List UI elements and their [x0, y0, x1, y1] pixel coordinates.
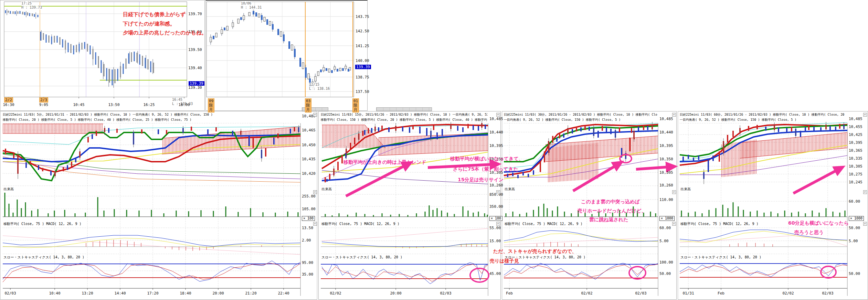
- panel2-stoch-header: スロー・ストキャスティクス( 14, 3, 80, 20 ): [321, 255, 402, 260]
- y-axis-tick-label: 139.50: [188, 47, 202, 52]
- y-axis-tick-label: 350.00: [489, 204, 503, 209]
- p2-sideways-note-2: さらに75本（紫）割ってきた: [453, 166, 518, 172]
- y-axis-tick-label: 10,455: [849, 125, 862, 129]
- y-axis-tick-label: 139.40: [188, 66, 202, 70]
- panel3-macd: [504, 231, 658, 247]
- y-axis-tick-label: 10,260: [489, 183, 503, 188]
- y-axis-tick-label: 10,260: [659, 183, 673, 188]
- panel3-volume-label: 出来高: [505, 187, 515, 192]
- high-marker-time: 17:25: [21, 1, 32, 6]
- y-axis-tick-label: 95.00: [302, 260, 313, 265]
- section-resize-icon[interactable]: ◤: [313, 113, 317, 117]
- expiry-month-badge: 09限月: [208, 98, 214, 112]
- x-axis-tick-label: 02/02: [581, 291, 592, 296]
- p2-uptrend-note: 移動平均が上向きの時は上昇トレンド: [343, 159, 426, 165]
- section-resize-icon[interactable]: ◤: [313, 222, 317, 226]
- section-resize-icon[interactable]: ◤: [863, 190, 867, 194]
- y-axis-tick-label: 10,440: [659, 130, 673, 135]
- y-axis-tick-label: 10,305: [659, 170, 673, 175]
- section-resize-icon[interactable]: ◤: [672, 222, 676, 226]
- y-axis-tick-label: 143.75: [356, 14, 369, 19]
- panel1-title: 日経225mini 11/03( 5分, 2011/01/31 - 2011/0…: [3, 112, 299, 117]
- panel2-stochastics: [321, 262, 488, 284]
- y-axis-tick-label: 10,425: [849, 132, 862, 137]
- x-axis-tick-label: 16:25: [143, 103, 155, 107]
- panel1-macd-header: 移動平均( Close, 75 ) MACD( 12, 26, 9 ): [3, 222, 82, 226]
- y-axis-tick-label: 2.00: [302, 238, 311, 243]
- p4-sideways-note-1: 60分足も横ばいになったら: [788, 220, 849, 226]
- section-resize-icon[interactable]: ◤: [863, 113, 867, 117]
- panel1-macd: [3, 235, 300, 255]
- panel1-moving-averages: [3, 127, 300, 182]
- x-axis-tick-label: 18:00: [178, 103, 190, 107]
- panel1-volume-scale-badge: × 100: [302, 216, 315, 221]
- p3-cloud-note-2: 売りホールドだったんだけど、: [578, 208, 646, 214]
- bond-annotation-line1: 日経下げでも債券上がらず: [123, 11, 186, 18]
- expiry-month-badge: 03限月: [305, 98, 311, 112]
- panel2-volume-bars: [325, 205, 487, 217]
- section-resize-icon[interactable]: ◤: [863, 222, 867, 226]
- high-marker-value: H : 144.31: [241, 6, 262, 10]
- section-resize-icon[interactable]: ◤: [672, 190, 676, 194]
- panel4-title-line2: 一目均衡表( 9, 26, 52 ) 移動平均( Close, 150 ) 移動…: [680, 118, 847, 122]
- y-axis-tick-label: 10,485: [489, 117, 503, 121]
- y-axis-tick-label: 10,485: [659, 117, 673, 121]
- y-axis-tick-label: 50.00: [849, 271, 860, 276]
- y-axis-tick-label: 10,245: [849, 180, 862, 184]
- x-axis-tick-label: 13:20: [82, 291, 93, 296]
- low-marker-time: 12/15: [309, 83, 319, 87]
- section-resize-icon[interactable]: ◤: [496, 113, 500, 117]
- panel1-stochastics: [3, 261, 300, 282]
- p4-sideways-note-2: 売ろうと思う: [794, 229, 824, 236]
- last-price-badge: 139.39: [355, 65, 371, 69]
- low-marker-time: 16:45: [172, 98, 182, 102]
- x-axis-tick-label: Feb: [506, 291, 513, 296]
- y-axis-tick-label: 137.50: [356, 89, 369, 94]
- panel2-macd: [322, 228, 488, 248]
- y-axis-tick-label: 60.00: [659, 226, 671, 230]
- panel1-volume-label: 出来高: [3, 187, 14, 192]
- x-axis-tick-label: 16:30: [3, 103, 14, 107]
- x-axis-tick-label: 20:00: [212, 291, 224, 296]
- date-badge: 2/2: [4, 97, 13, 103]
- high-marker-value: H : 139.73: [21, 6, 42, 10]
- trading-app-screenshot: { "colors":{"accent_pink":"#f0309a","ann…: [0, 0, 868, 300]
- x-axis-tick-label: 02/03: [822, 291, 833, 296]
- panel1-title-line2: 移動平均( Close, 20 ) 移動平均( Close, 5 ) 移動平均(…: [3, 118, 299, 122]
- x-axis-tick-label: 02/03: [635, 291, 646, 296]
- panel2-macd-header: 移動平均( Close, 75 ) MACD( 12, 26, 9 ): [321, 222, 400, 226]
- y-axis-tick-label: 139.30: [188, 85, 202, 90]
- y-axis-tick-label: 60.00: [849, 199, 860, 204]
- y-axis-tick-label: 140.00: [356, 58, 369, 63]
- section-resize-icon[interactable]: ◤: [496, 190, 500, 194]
- y-axis-tick-label: 138.75: [356, 75, 369, 79]
- panel4-volume-bars: [681, 202, 845, 217]
- y-axis-tick-label: 255.00: [302, 194, 316, 199]
- panel4-macd-header: 移動平均( Close, 75 ) MACD( 12, 26, 9 ): [680, 222, 759, 226]
- bond-annotation-line2: 下げてたのが違和感。: [123, 21, 175, 27]
- y-axis-tick-label: 5.00: [659, 239, 669, 243]
- high-marker-time: 10/06: [241, 1, 251, 6]
- y-axis-tick-label: 10,365: [849, 148, 862, 153]
- x-axis-tick-label: 14:40: [114, 291, 126, 296]
- p2-sideways-note-1: 移動平均が横ばいになってきて、: [450, 156, 523, 162]
- section-resize-icon[interactable]: ◤: [672, 113, 676, 117]
- x-axis-tick-label: 9:05: [39, 103, 49, 107]
- x-axis-tick-label: 02/02: [782, 291, 794, 296]
- y-axis-tick-label: 142.50: [356, 29, 369, 33]
- x-axis-tick-label: 02/03: [440, 291, 451, 296]
- section-resize-icon[interactable]: ◤: [496, 222, 500, 226]
- bond-annotation-line3: 夕場の上昇の兆しだったのかもね。: [123, 30, 207, 36]
- p2-stoch-note-2: 売りは様子見: [490, 258, 519, 264]
- x-axis-tick-label: 18:40: [180, 291, 191, 296]
- expiry-month-badge: 01限月: [352, 98, 359, 112]
- x-axis-tick-label: Feb: [718, 291, 724, 296]
- section-resize-icon[interactable]: ◤: [313, 190, 317, 194]
- y-axis-tick-label: 139.70: [188, 12, 202, 16]
- y-axis-tick-label: 105.00: [302, 207, 316, 211]
- x-axis-tick-label: 21:20: [245, 291, 256, 296]
- panel4-stoch-header: スロー・ストキャスティクス( 14, 3, 80, 20 ): [680, 255, 761, 260]
- y-axis-tick-label: 10,465: [302, 128, 316, 132]
- y-axis-tick-label: 13.50: [302, 226, 313, 230]
- panel2-volume-label: 出来高: [321, 187, 332, 192]
